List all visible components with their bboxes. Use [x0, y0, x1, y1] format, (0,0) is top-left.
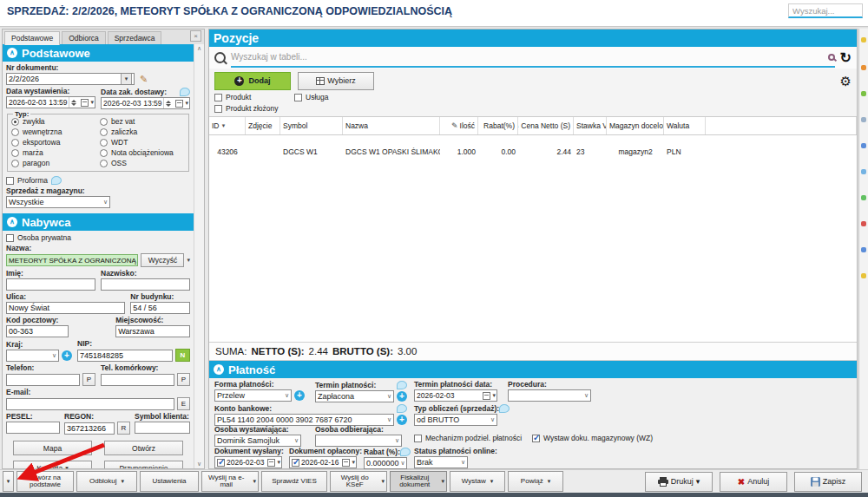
calendar-icon[interactable] [81, 99, 89, 107]
nr-budynku-input[interactable]: 54 / 56 [130, 302, 190, 314]
kod-pocztowy-input[interactable]: 00-363 [6, 325, 69, 337]
telefon-input[interactable] [6, 374, 80, 386]
add-forma-icon[interactable]: + [294, 390, 305, 401]
regon-r-button[interactable]: R [117, 422, 130, 435]
add-kraj-icon[interactable]: + [62, 350, 72, 361]
radio-marza[interactable]: marża [11, 148, 96, 157]
odblokuj-button[interactable]: Odblokuj▾ [76, 471, 137, 492]
sprawdz-vies-button[interactable]: Sprawdź VIES [261, 471, 327, 492]
termin-platnosci-select[interactable]: Zapłacona∨ [315, 390, 394, 402]
mapa-button[interactable]: Mapa [13, 441, 92, 455]
collapse-icon[interactable]: ∧ [7, 217, 17, 227]
forma-platnosci-select[interactable]: Przelew∨ [214, 389, 292, 402]
filter-produkt-zlozony[interactable]: Produkt złożony [214, 104, 294, 113]
gear-icon[interactable]: ⚙ [840, 75, 852, 88]
refresh-icon[interactable]: ↻ [840, 51, 852, 65]
status-platnosci-select[interactable]: Brak∨ [414, 456, 468, 468]
calendar-icon[interactable] [483, 392, 490, 400]
regon-input[interactable]: 367213266 [64, 422, 115, 435]
docked-icons-strip[interactable] [858, 29, 868, 469]
email-e-button[interactable]: E [177, 397, 190, 410]
toolbar-overflow-dropdown[interactable]: ▾ [3, 471, 14, 492]
section-header-platnosc[interactable]: ∧ Płatność [209, 361, 857, 378]
sort-icon[interactable]: ▼ [221, 123, 227, 128]
add-termin-icon[interactable]: + [397, 391, 407, 402]
fiskalizuj-button[interactable]: Fiskalizuj dokument▾ [390, 471, 447, 492]
termin-data-input[interactable]: 2026-02-03 ▾ [414, 389, 497, 402]
filter-produkt[interactable]: Produkt [214, 93, 294, 101]
section-header-podstawowe[interactable]: ∧ Podstawowe [3, 44, 194, 62]
table-header[interactable]: ID▼ Zdjęcie Symbol Nazwa ✎Ilość Rabat(%)… [209, 116, 857, 135]
global-search-input[interactable] [788, 3, 863, 18]
table-row[interactable]: 43206 DGCS W1 DGCS W1 OPASKI ŚLIMAKOWE D… [209, 135, 857, 168]
wz-checkbox[interactable]: Wystaw doku. magazynowy (WZ) [532, 434, 653, 442]
wybierz-button[interactable]: Wybierz [298, 72, 374, 90]
tel-komorkowy-input[interactable] [101, 374, 174, 386]
calendar-icon[interactable] [175, 100, 183, 108]
tab-odbiorca[interactable]: Odbiorca [62, 31, 106, 44]
wyczysc-button[interactable]: Wyczyść [141, 253, 184, 267]
nr-dokumentu-input[interactable]: 2/2/2026 ▾ [6, 73, 135, 85]
dokument-oplacony-input[interactable]: 2026-02-16 ▾ [289, 456, 357, 468]
section-header-nabywca[interactable]: ∧ Nabywca [3, 213, 194, 231]
left-panel-scrollbar[interactable]: ∧ ∨ [194, 44, 204, 468]
tab-podstawowe[interactable]: Podstawowe [4, 31, 60, 45]
miejscowosc-input[interactable]: Warszawa [115, 325, 190, 337]
radio-zwykla[interactable]: zwykła [11, 117, 96, 126]
calendar-icon[interactable] [342, 459, 350, 467]
radio-eksportowa[interactable]: eksportowa [11, 138, 96, 147]
konto-bankowe-select[interactable]: PL54 1140 2004 0000 3902 7687 6720∨ [214, 414, 394, 426]
data-wystawienia-input[interactable]: 2026-02-03 13:59 ▾ [6, 96, 95, 108]
nr-dokumentu-dropdown[interactable]: ▾ [121, 73, 132, 85]
radio-bez-vat[interactable]: bez vat [100, 117, 185, 126]
filter-usluga[interactable]: Usługa [294, 93, 852, 101]
mechanizm-checkbox[interactable]: Mechanizm podziel. płatności [414, 434, 522, 442]
zapisz-button[interactable]: Zapisz [794, 472, 862, 492]
wystaw-button[interactable]: Wystaw▾ [450, 471, 505, 492]
rabat-input[interactable]: 0.000000∨ [364, 457, 407, 469]
radio-wewnetrzna[interactable]: wewnętrzna [11, 128, 96, 136]
dodaj-button[interactable]: + Dodaj [214, 72, 291, 90]
time-spinner[interactable] [163, 98, 172, 108]
panel-close-icon[interactable]: × [190, 30, 201, 42]
nip-lookup-button[interactable]: N [175, 349, 190, 362]
anuluj-button[interactable]: ✖ Anuluj [720, 472, 787, 492]
magazyn-select[interactable]: Wszystkie ∨ [6, 196, 110, 208]
kraj-select[interactable]: ∨ [6, 350, 59, 362]
scroll-up-icon[interactable]: ∧ [197, 45, 201, 52]
telefon-p-button[interactable]: P [82, 373, 95, 386]
search-go-icon[interactable] [828, 54, 835, 61]
tel-komorkowy-p-button[interactable]: P [177, 373, 190, 386]
tab-sprzedawca[interactable]: Sprzedawca [108, 31, 162, 44]
collapse-icon[interactable]: ∧ [7, 48, 17, 58]
nazwisko-input[interactable] [101, 278, 190, 291]
typ-obliczen-select[interactable]: od BRUTTO∨ [414, 414, 497, 426]
przypomnienie-button[interactable]: Przypomnienie [104, 461, 183, 468]
ustawienia-button[interactable]: Ustawienia [140, 471, 199, 492]
dokument-wyslany-checkbox[interactable] [217, 459, 225, 467]
osoba-odbierajaca-select[interactable]: ∨ [315, 435, 402, 447]
radio-wdt[interactable]: WDT [100, 138, 185, 147]
ulica-input[interactable]: Nowy Świat [6, 302, 125, 314]
wyczysc-dropdown[interactable]: ▾ [187, 257, 190, 264]
symbol-klienta-input[interactable] [135, 422, 190, 434]
wyslij-email-button[interactable]: Wyślij na e-mail▾ [201, 471, 259, 492]
koperta-button[interactable]: Koperta ▾ [13, 461, 92, 468]
nazwa-input[interactable]: METEORYT SPÓŁKA Z OGRANICZONĄ ODPOWIEDZI [6, 254, 138, 266]
radio-paragon[interactable]: paragon [11, 159, 96, 167]
radio-zaliczka[interactable]: zaliczka [100, 128, 185, 136]
data-zak-input[interactable]: 2026-02-03 13:59 ▾ [101, 97, 190, 109]
table-search-input[interactable]: Wyszukaj w tabeli... [231, 48, 835, 68]
radio-nota[interactable]: Nota obciążeniowa [100, 148, 185, 157]
dokument-oplacony-checkbox[interactable] [292, 459, 299, 467]
pesel-input[interactable] [6, 422, 60, 434]
nip-input[interactable]: 7451848285 [77, 350, 173, 362]
time-spinner[interactable] [69, 97, 77, 108]
utworz-na-podstawie-button[interactable]: Utwórz na podstawie [16, 471, 74, 492]
osoba-prywatna-checkbox[interactable] [6, 234, 14, 242]
radio-oss[interactable]: OSS [100, 159, 185, 167]
procedura-select[interactable]: ∨ [508, 389, 591, 402]
osoba-wystawiajaca-select[interactable]: Dominik Samojluk∨ [214, 435, 301, 447]
edit-pencil-icon[interactable]: ✎ [140, 75, 148, 84]
proforma-checkbox[interactable] [6, 177, 14, 185]
